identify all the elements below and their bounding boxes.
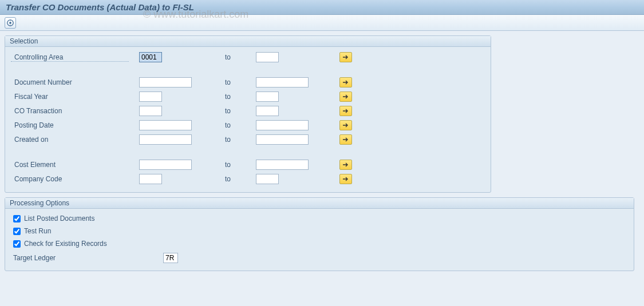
co-transaction-from[interactable] bbox=[139, 106, 162, 116]
company-code-row: Company Code to bbox=[11, 172, 485, 186]
company-code-multi-button[interactable] bbox=[339, 174, 352, 184]
processing-options-title: Processing Options bbox=[5, 198, 634, 209]
to-label: to bbox=[219, 175, 256, 183]
to-label: to bbox=[219, 107, 256, 115]
test-run-row: Test Run bbox=[11, 225, 628, 237]
created-on-label: Created on bbox=[11, 136, 139, 144]
fiscal-year-row: Fiscal Year to bbox=[11, 90, 485, 104]
list-posted-row: List Posted Documents bbox=[11, 212, 628, 225]
multi-select-arrow-icon bbox=[342, 162, 349, 168]
execute-icon bbox=[6, 19, 14, 27]
to-label: to bbox=[219, 161, 256, 169]
posting-date-label: Posting Date bbox=[11, 121, 139, 129]
posting-date-row: Posting Date to bbox=[11, 118, 485, 132]
target-ledger-row: Target Ledger bbox=[11, 251, 628, 265]
multi-select-arrow-icon bbox=[342, 54, 349, 60]
company-code-to[interactable] bbox=[256, 174, 279, 184]
test-run-checkbox[interactable] bbox=[13, 228, 21, 235]
created-on-from[interactable] bbox=[139, 134, 192, 145]
document-number-row: Document Number to bbox=[11, 75, 485, 89]
multi-select-arrow-icon bbox=[342, 80, 349, 85]
check-existing-row: Check for Existing Records bbox=[11, 237, 628, 250]
application-toolbar bbox=[0, 15, 644, 31]
cost-element-from[interactable] bbox=[139, 160, 192, 170]
cost-element-to[interactable] bbox=[256, 160, 309, 170]
target-ledger-label: Target Ledger bbox=[13, 254, 163, 262]
check-existing-label: Check for Existing Records bbox=[24, 240, 107, 248]
cost-element-multi-button[interactable] bbox=[339, 160, 352, 170]
document-number-multi-button[interactable] bbox=[339, 77, 352, 88]
controlling-area-row: Controlling Area to bbox=[11, 50, 485, 64]
fiscal-year-multi-button[interactable] bbox=[339, 92, 352, 102]
page-title: Transfer CO Documents (Actual Data) to F… bbox=[0, 0, 644, 15]
list-posted-label: List Posted Documents bbox=[24, 214, 94, 222]
controlling-area-label: Controlling Area bbox=[11, 53, 129, 62]
to-label: to bbox=[219, 53, 256, 61]
multi-select-arrow-icon bbox=[342, 137, 349, 142]
document-number-label: Document Number bbox=[11, 78, 139, 86]
created-on-to[interactable] bbox=[256, 134, 309, 145]
selection-group-title: Selection bbox=[5, 36, 491, 47]
to-label: to bbox=[219, 136, 256, 144]
document-number-from[interactable] bbox=[139, 77, 192, 88]
created-on-multi-button[interactable] bbox=[339, 134, 352, 145]
content-area: Selection Controlling Area to Document N… bbox=[0, 31, 644, 280]
list-posted-checkbox[interactable] bbox=[13, 215, 21, 222]
document-number-to[interactable] bbox=[256, 77, 309, 88]
to-label: to bbox=[219, 93, 256, 101]
controlling-area-to[interactable] bbox=[256, 52, 279, 62]
multi-select-arrow-icon bbox=[342, 176, 349, 182]
posting-date-from[interactable] bbox=[139, 120, 192, 130]
co-transaction-multi-button[interactable] bbox=[339, 106, 352, 116]
created-on-row: Created on to bbox=[11, 133, 485, 146]
fiscal-year-to[interactable] bbox=[256, 92, 279, 102]
target-ledger-input[interactable] bbox=[163, 253, 178, 263]
co-transaction-row: CO Transaction to bbox=[11, 104, 485, 118]
to-label: to bbox=[219, 121, 256, 129]
posting-date-to[interactable] bbox=[256, 120, 309, 130]
selection-group: Selection Controlling Area to Document N… bbox=[5, 35, 491, 193]
co-transaction-to[interactable] bbox=[256, 106, 279, 116]
controlling-area-from[interactable] bbox=[139, 52, 162, 62]
multi-select-arrow-icon bbox=[342, 108, 349, 114]
cost-element-row: Cost Element to bbox=[11, 158, 485, 172]
multi-select-arrow-icon bbox=[342, 94, 349, 100]
multi-select-arrow-icon bbox=[342, 122, 349, 128]
cost-element-label: Cost Element bbox=[11, 161, 139, 169]
test-run-label: Test Run bbox=[24, 227, 51, 235]
company-code-from[interactable] bbox=[139, 174, 162, 184]
processing-options-group: Processing Options List Posted Documents… bbox=[5, 197, 634, 271]
to-label: to bbox=[219, 78, 256, 86]
svg-point-1 bbox=[9, 22, 11, 24]
posting-date-multi-button[interactable] bbox=[339, 120, 352, 130]
controlling-area-multi-button[interactable] bbox=[339, 52, 352, 62]
fiscal-year-from[interactable] bbox=[139, 92, 162, 102]
execute-button[interactable] bbox=[5, 17, 16, 29]
company-code-label: Company Code bbox=[11, 175, 139, 183]
fiscal-year-label: Fiscal Year bbox=[11, 93, 139, 101]
co-transaction-label: CO Transaction bbox=[11, 107, 139, 115]
check-existing-checkbox[interactable] bbox=[13, 240, 21, 248]
